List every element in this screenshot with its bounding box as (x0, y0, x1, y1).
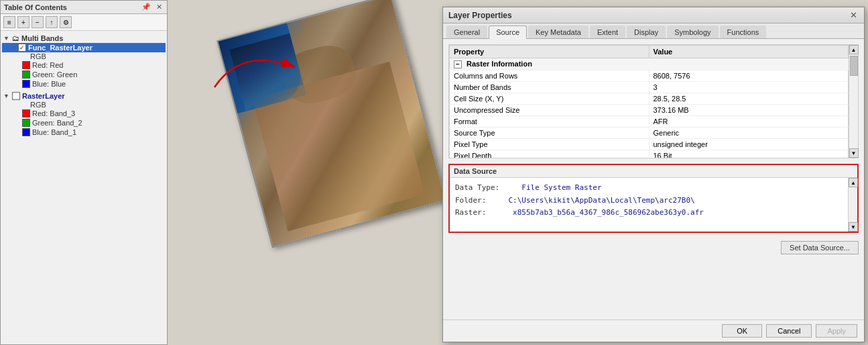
prop-pixel-type: Pixel Type (450, 139, 649, 150)
toc-close-button[interactable]: ✕ (155, 3, 164, 11)
raster-band-red: Red: Band_3 (22, 109, 166, 118)
scrollbar-thumb[interactable] (850, 56, 858, 76)
toc-title: Table Of Contents (4, 3, 67, 11)
func-band-red: Red: Red (22, 60, 166, 70)
dialog-close-button[interactable]: ✕ (849, 10, 859, 20)
color-red-func (22, 61, 30, 69)
expand-arrow-multibands: ▼ (3, 35, 10, 42)
toc-panel: Table Of Contents 📌 ✕ ≡ + − ↑ ⚙ ▼ 🗂 Mult… (0, 0, 168, 345)
toc-layer-func-rasterlayer[interactable]: Func_RasterLayer (2, 43, 166, 52)
toc-group-multibands[interactable]: ▼ 🗂 Multi Bands (2, 34, 166, 43)
tab-display[interactable]: Display (627, 26, 666, 38)
dialog-titlebar: Layer Properties ✕ (443, 7, 864, 23)
dialog-body: Property Value − Raster Information (443, 39, 864, 313)
satellite-image (216, 0, 442, 248)
band-green-raster-label: Green: Band_2 (32, 119, 82, 127)
rgb-label-func: RGB (2, 52, 166, 60)
toc-content: ▼ 🗂 Multi Bands Func_RasterLayer RGB Red… (1, 31, 167, 140)
prop-num-bands: Number of Bands (450, 82, 649, 93)
toc-list-btn[interactable]: ≡ (3, 16, 15, 28)
band-red-label: Red: Red (32, 61, 63, 69)
tab-source[interactable]: Source (489, 26, 527, 39)
val-uncompressed: 373.16 MB (649, 105, 849, 116)
group-label-rasterlayer: RasterLayer (22, 92, 65, 100)
folder-label: Folder: (455, 196, 486, 205)
dialog-footer: OK Cancel Apply (443, 319, 864, 342)
toc-settings-btn[interactable]: ⚙ (60, 16, 72, 28)
prop-cell-size: Cell Size (X, Y) (450, 93, 649, 105)
row-num-bands: Number of Bands 3 (450, 82, 849, 93)
tab-functions[interactable]: Functions (720, 26, 767, 38)
toc-toolbar: ≡ + − ↑ ⚙ (1, 14, 167, 31)
prop-columns-rows: Columns and Rows (450, 70, 649, 82)
col-property: Property (450, 46, 649, 58)
data-source-text: Data Type: File System Raster Folder: C:… (455, 182, 704, 228)
datasource-vscrollbar[interactable]: ▲ ▼ (848, 178, 857, 232)
raster-band-blue: Blue: Band_1 (22, 128, 166, 137)
raster-info-expand[interactable]: − (454, 60, 462, 68)
toc-up-btn[interactable]: ↑ (46, 16, 58, 28)
dialog-tabs: General Source Key Metadata Extent Displ… (443, 23, 864, 39)
data-source-body: Data Type: File System Raster Folder: C:… (450, 178, 857, 232)
val-source-type: Generic (649, 128, 849, 139)
color-blue-raster (22, 128, 30, 136)
toc-pin-button[interactable]: 📌 (140, 3, 152, 11)
toc-titlebar: Table Of Contents 📌 ✕ (1, 1, 167, 14)
val-pixel-type: unsigned integer (649, 139, 849, 150)
properties-vscrollbar[interactable]: ▲ ▼ (849, 45, 858, 158)
prop-source-type: Source Type (450, 128, 649, 139)
tab-symbology[interactable]: Symbology (667, 26, 718, 38)
toc-minus-btn[interactable]: − (32, 16, 44, 28)
color-blue-func (22, 80, 30, 88)
func-band-green: Green: Green (22, 70, 166, 79)
band-blue-raster-label: Blue: Band_1 (32, 128, 76, 136)
toc-plus-btn[interactable]: + (17, 16, 29, 28)
val-columns-rows: 8608, 7576 (649, 70, 849, 82)
properties-scrollbar-area: Property Value − Raster Information (448, 44, 859, 158)
row-columns-rows: Columns and Rows 8608, 7576 (450, 70, 849, 82)
group-icon-multibands: 🗂 (12, 34, 19, 42)
row-cell-size: Cell Size (X, Y) 28.5, 28.5 (450, 93, 849, 105)
toc-group-rasterlayer[interactable]: ▼ RasterLayer (2, 91, 166, 101)
dialog-title: Layer Properties (448, 11, 512, 20)
color-green-raster (22, 119, 30, 127)
ds-scrollbar-up[interactable]: ▲ (849, 178, 858, 187)
band-red-raster-label: Red: Band_3 (32, 109, 75, 117)
ds-scrollbar-down[interactable]: ▼ (849, 222, 858, 232)
prop-pixel-depth: Pixel Depth (450, 150, 649, 158)
layer-name-func-rasterlayer: Func_RasterLayer (28, 44, 92, 52)
raster-label: Raster: (455, 208, 486, 217)
row-source-type: Source Type Generic (450, 128, 849, 139)
expand-arrow-rasterlayer: ▼ (3, 93, 10, 99)
tab-key-metadata[interactable]: Key Metadata (528, 26, 588, 38)
cancel-button[interactable]: Cancel (766, 324, 812, 338)
scrollbar-down-btn[interactable]: ▼ (849, 148, 859, 158)
checkbox-group-raster[interactable] (12, 92, 20, 100)
color-red-raster (22, 109, 30, 117)
data-source-section: Data Source Data Type: File System Raste… (448, 164, 859, 233)
set-datasource-button[interactable]: Set Data Source... (781, 241, 859, 254)
raster-info-section-header: − Raster Information (450, 58, 849, 70)
checkbox-func-rasterlayer[interactable] (18, 44, 26, 52)
ok-button[interactable]: OK (722, 324, 762, 338)
apply-button[interactable]: Apply (816, 324, 857, 338)
tab-general[interactable]: General (446, 26, 487, 38)
data-type-value: File System Raster (521, 183, 601, 192)
val-format: AFR (649, 116, 849, 128)
folder-value: C:\Users\kikit\AppData\Local\Temp\arc27B… (508, 196, 694, 205)
group-label-multibands: Multi Bands (21, 34, 63, 42)
row-pixel-depth: Pixel Depth 16 Bit (450, 150, 849, 158)
prop-uncompressed: Uncompressed Size (450, 105, 649, 116)
tab-extent[interactable]: Extent (590, 26, 625, 38)
data-source-content: Data Type: File System Raster Folder: C:… (450, 178, 848, 232)
data-source-header: Data Source (450, 165, 857, 178)
scrollbar-up-btn[interactable]: ▲ (849, 45, 859, 54)
set-datasource-area: Set Data Source... (448, 237, 859, 254)
raster-value: x855b7ab3_b56a_4367_986c_586962abe363y0.… (513, 208, 704, 217)
func-band-blue: Blue: Blue (22, 79, 166, 89)
toc-titlebar-buttons: 📌 ✕ (140, 3, 164, 11)
row-uncompressed: Uncompressed Size 373.16 MB (450, 105, 849, 116)
val-num-bands: 3 (649, 82, 849, 93)
band-green-label: Green: Green (32, 70, 77, 79)
func-bands: Red: Red Green: Green Blue: Blue (2, 60, 166, 89)
